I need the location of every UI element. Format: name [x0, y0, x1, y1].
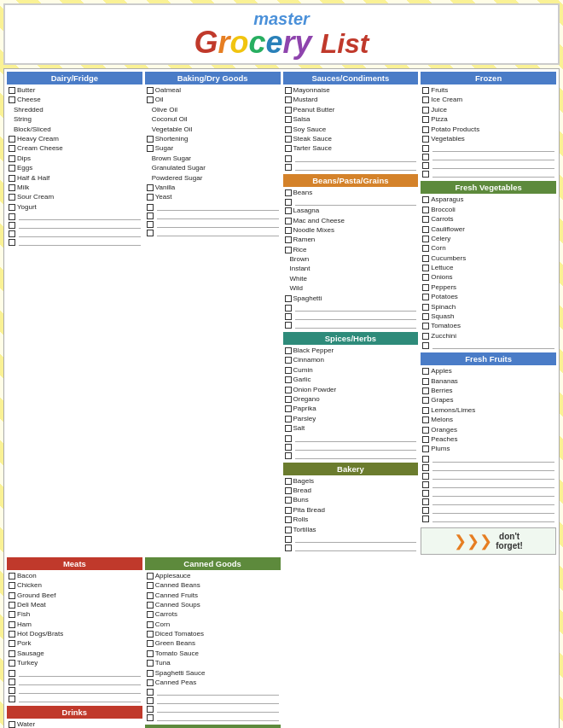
checkbox[interactable] — [422, 116, 429, 123]
checkbox[interactable] — [9, 573, 15, 579]
checkbox[interactable] — [285, 305, 292, 312]
checkbox[interactable] — [9, 721, 15, 728]
checkbox[interactable] — [285, 545, 292, 551]
checkbox[interactable] — [422, 387, 429, 394]
checkbox[interactable] — [422, 515, 429, 522]
checkbox[interactable] — [422, 397, 429, 404]
checkbox[interactable] — [9, 184, 15, 191]
checkbox[interactable] — [285, 295, 292, 302]
checkbox[interactable] — [9, 87, 15, 94]
checkbox[interactable] — [147, 631, 154, 638]
checkbox[interactable] — [285, 189, 292, 196]
checkbox[interactable] — [147, 230, 154, 236]
checkbox[interactable] — [422, 207, 429, 213]
checkbox[interactable] — [422, 87, 429, 94]
checkbox[interactable] — [147, 213, 154, 219]
checkbox[interactable] — [422, 304, 429, 311]
checkbox[interactable] — [9, 222, 15, 229]
checkbox[interactable] — [285, 322, 292, 329]
checkbox[interactable] — [422, 236, 429, 242]
checkbox[interactable] — [285, 247, 292, 253]
checkbox[interactable] — [9, 204, 15, 211]
checkbox[interactable] — [285, 218, 292, 224]
checkbox[interactable] — [285, 444, 292, 451]
checkbox[interactable] — [147, 145, 154, 152]
checkbox[interactable] — [285, 126, 292, 133]
checkbox[interactable] — [9, 621, 15, 628]
checkbox[interactable] — [147, 87, 154, 94]
checkbox[interactable] — [285, 199, 292, 206]
checkbox[interactable] — [285, 347, 292, 354]
checkbox[interactable] — [422, 323, 429, 329]
checkbox[interactable] — [147, 650, 154, 657]
checkbox[interactable] — [285, 87, 292, 94]
checkbox[interactable] — [422, 136, 429, 143]
checkbox[interactable] — [285, 136, 292, 143]
checkbox[interactable] — [422, 171, 429, 178]
checkbox[interactable] — [9, 155, 15, 162]
checkbox[interactable] — [422, 342, 429, 349]
checkbox[interactable] — [285, 107, 292, 114]
checkbox[interactable] — [147, 714, 154, 721]
checkbox[interactable] — [9, 696, 15, 702]
checkbox[interactable] — [422, 265, 429, 271]
checkbox[interactable] — [422, 368, 429, 375]
checkbox[interactable] — [285, 536, 292, 543]
checkbox[interactable] — [285, 487, 292, 494]
checkbox[interactable] — [422, 245, 429, 252]
checkbox[interactable] — [9, 611, 15, 618]
checkbox[interactable] — [285, 507, 292, 514]
checkbox[interactable] — [147, 706, 154, 713]
checkbox[interactable] — [147, 602, 154, 609]
checkbox[interactable] — [147, 96, 154, 103]
checkbox[interactable] — [422, 107, 429, 114]
checkbox[interactable] — [422, 456, 429, 463]
checkbox[interactable] — [285, 435, 292, 442]
checkbox[interactable] — [9, 194, 15, 201]
checkbox[interactable] — [422, 226, 429, 233]
checkbox[interactable] — [422, 464, 429, 471]
checkbox[interactable] — [422, 294, 429, 300]
checkbox[interactable] — [285, 387, 292, 393]
checkbox[interactable] — [422, 333, 429, 340]
checkbox[interactable] — [9, 230, 15, 237]
checkbox[interactable] — [422, 436, 429, 443]
checkbox[interactable] — [422, 490, 429, 497]
checkbox[interactable] — [285, 376, 292, 383]
checkbox[interactable] — [422, 507, 429, 514]
checkbox[interactable] — [9, 165, 15, 172]
checkbox[interactable] — [285, 145, 292, 152]
checkbox[interactable] — [285, 396, 292, 403]
checkbox[interactable] — [422, 446, 429, 452]
checkbox[interactable] — [422, 313, 429, 320]
checkbox[interactable] — [422, 378, 429, 385]
checkbox[interactable] — [147, 621, 154, 628]
checkbox[interactable] — [422, 498, 429, 505]
checkbox[interactable] — [147, 689, 154, 696]
checkbox[interactable] — [422, 255, 429, 262]
checkbox[interactable] — [285, 155, 292, 162]
checkbox[interactable] — [9, 631, 15, 638]
checkbox[interactable] — [285, 452, 292, 459]
checkbox[interactable] — [147, 592, 154, 599]
checkbox[interactable] — [285, 357, 292, 364]
checkbox[interactable] — [147, 670, 154, 677]
checkbox[interactable] — [422, 162, 429, 169]
checkbox[interactable] — [285, 416, 292, 422]
checkbox[interactable] — [147, 660, 154, 667]
checkbox[interactable] — [422, 145, 429, 152]
checkbox[interactable] — [9, 678, 15, 685]
checkbox[interactable] — [9, 582, 15, 589]
checkbox[interactable] — [147, 136, 154, 143]
checkbox[interactable] — [147, 679, 154, 686]
checkbox[interactable] — [285, 497, 292, 504]
checkbox[interactable] — [9, 592, 15, 599]
checkbox[interactable] — [147, 582, 154, 589]
checkbox[interactable] — [285, 227, 292, 234]
checkbox[interactable] — [285, 164, 292, 171]
checkbox[interactable] — [9, 96, 15, 103]
checkbox[interactable] — [422, 284, 429, 291]
checkbox[interactable] — [422, 416, 429, 423]
checkbox[interactable] — [285, 313, 292, 320]
checkbox[interactable] — [9, 175, 15, 182]
